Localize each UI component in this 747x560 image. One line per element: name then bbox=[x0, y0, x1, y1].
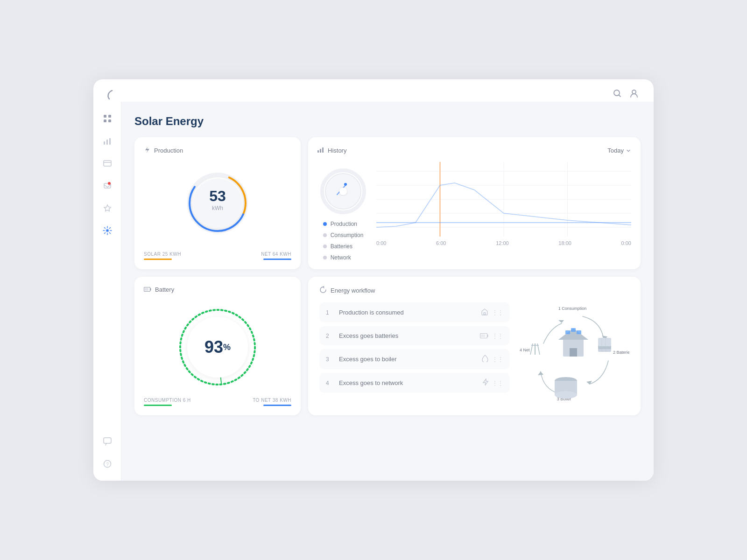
legend-dot-batteries bbox=[323, 245, 327, 248]
svg-marker-65 bbox=[586, 381, 592, 385]
legend-dot-consumption bbox=[323, 233, 327, 237]
history-legend: Production Consumption Batteries bbox=[323, 221, 364, 261]
energy-flow-diagram: 1 Consumption 2 Bateries 3 Boi bbox=[517, 302, 629, 405]
x-label-12: 12:00 bbox=[496, 240, 509, 246]
solar-label: SOLAR 25 kWh bbox=[144, 252, 181, 257]
sidebar-item-solar[interactable] bbox=[98, 221, 117, 240]
svg-rect-5 bbox=[104, 119, 106, 122]
svg-rect-77 bbox=[565, 330, 570, 334]
battery-net-label: TO NET 38 kWh bbox=[253, 398, 291, 403]
app-window: ? Solar Energy Production bbox=[93, 79, 654, 481]
battery-net-bar bbox=[263, 405, 291, 406]
battery-consumption: CONSUMPTION 6 h bbox=[144, 398, 191, 406]
header-left bbox=[103, 87, 118, 102]
legend-network: Network bbox=[323, 254, 364, 261]
svg-rect-61 bbox=[481, 335, 485, 337]
history-dial bbox=[317, 166, 369, 217]
battery-header: Battery bbox=[144, 286, 291, 293]
svg-text:4 Net: 4 Net bbox=[520, 348, 530, 352]
sidebar-item-help[interactable]: ? bbox=[98, 455, 117, 473]
battery-card: Battery bbox=[134, 277, 301, 415]
production-gauge: 53 kWh bbox=[144, 166, 291, 240]
svg-point-13 bbox=[108, 182, 111, 185]
bolt-icon bbox=[144, 147, 150, 154]
battery-value-display: 93% bbox=[204, 337, 231, 357]
svg-line-20 bbox=[104, 228, 105, 229]
page-content: Solar Energy Production bbox=[121, 102, 654, 481]
workflow-num-4: 4 bbox=[326, 380, 333, 386]
solar-footer: SOLAR 25 kWh bbox=[144, 252, 181, 260]
svg-rect-60 bbox=[487, 335, 488, 337]
svg-rect-78 bbox=[571, 328, 576, 332]
battery-net: TO NET 38 kWh bbox=[253, 398, 291, 406]
drag-handle-4[interactable]: ⋮⋮ bbox=[492, 380, 503, 386]
drag-handle-1[interactable]: ⋮⋮ bbox=[492, 309, 503, 316]
legend-label-network: Network bbox=[331, 254, 351, 261]
svg-point-39 bbox=[339, 188, 347, 195]
svg-text:2 Bateries: 2 Bateries bbox=[613, 350, 629, 355]
workflow-title: Energy workflow bbox=[331, 287, 375, 294]
main-layout: ? Solar Energy Production bbox=[93, 102, 654, 481]
page-title: Solar Energy bbox=[134, 115, 641, 128]
legend-label-consumption: Consumption bbox=[331, 232, 364, 238]
sidebar-item-grid[interactable] bbox=[98, 109, 117, 128]
battery-consumption-label: CONSUMPTION 6 h bbox=[144, 398, 191, 403]
svg-rect-7 bbox=[104, 141, 105, 145]
app-header bbox=[93, 79, 654, 102]
sidebar-item-chart[interactable] bbox=[98, 132, 117, 150]
search-icon[interactable] bbox=[613, 89, 622, 100]
workflow-icons-2: ⋮⋮ bbox=[480, 332, 503, 340]
sidebar-bottom: ? bbox=[98, 432, 117, 473]
x-label-18: 18:00 bbox=[558, 240, 571, 246]
x-label-24: 0:00 bbox=[621, 240, 631, 246]
svg-line-22 bbox=[109, 228, 110, 229]
history-content: Production Consumption Batteries bbox=[317, 162, 631, 246]
history-dial-area: Production Consumption Batteries bbox=[317, 162, 369, 246]
svg-marker-73 bbox=[558, 320, 564, 323]
battery-small-icon bbox=[480, 332, 488, 340]
workflow-num-2: 2 bbox=[326, 333, 333, 339]
logo-icon bbox=[103, 87, 118, 102]
svg-rect-33 bbox=[322, 147, 324, 153]
period-dropdown[interactable]: Today bbox=[607, 147, 631, 154]
sidebar-item-notification[interactable] bbox=[98, 176, 117, 195]
production-label: Production bbox=[154, 147, 183, 154]
svg-point-87 bbox=[555, 391, 577, 399]
svg-rect-10 bbox=[104, 161, 111, 166]
svg-point-2 bbox=[632, 90, 636, 94]
header-icons bbox=[613, 89, 639, 100]
legend-batteries: Batteries bbox=[323, 243, 364, 250]
legend-consumption: Consumption bbox=[323, 232, 364, 238]
workflow-label-2: Excess goes batteries bbox=[339, 332, 474, 339]
workflow-num-1: 1 bbox=[326, 309, 333, 316]
svg-rect-24 bbox=[104, 438, 111, 443]
battery-percent: % bbox=[223, 343, 231, 352]
user-icon[interactable] bbox=[629, 89, 639, 100]
drag-handle-3[interactable]: ⋮⋮ bbox=[492, 356, 503, 363]
drag-handle-2[interactable]: ⋮⋮ bbox=[492, 333, 503, 339]
workflow-num-3: 3 bbox=[326, 356, 333, 363]
svg-marker-67 bbox=[538, 371, 543, 375]
production-unit: kWh bbox=[209, 205, 226, 211]
dashboard-grid: Production bbox=[134, 137, 641, 415]
history-chart bbox=[376, 162, 631, 237]
workflow-card: Energy workflow 1 Production is consumed bbox=[308, 277, 641, 415]
svg-rect-52 bbox=[145, 288, 148, 291]
workflow-diagram: 1 Consumption 2 Bateries 3 Boi bbox=[517, 302, 629, 405]
net-bar bbox=[263, 259, 291, 260]
svg-rect-51 bbox=[150, 288, 151, 291]
chart-x-labels: 0:00 6:00 12:00 18:00 0:00 bbox=[376, 240, 631, 246]
production-card: Production bbox=[134, 137, 301, 269]
sidebar-item-card[interactable] bbox=[98, 154, 117, 173]
legend-label-production: Production bbox=[331, 221, 357, 227]
sidebar-item-favorites[interactable] bbox=[98, 199, 117, 217]
sidebar-item-chat[interactable] bbox=[98, 432, 117, 451]
lightning-icon bbox=[483, 378, 488, 387]
history-header: History Today bbox=[317, 147, 631, 154]
history-card: History Today bbox=[308, 137, 641, 269]
svg-text:1 Consumption: 1 Consumption bbox=[558, 306, 587, 311]
svg-rect-32 bbox=[320, 149, 321, 153]
svg-point-38 bbox=[344, 183, 347, 186]
battery-icon bbox=[144, 286, 151, 293]
net-label: NET 64 kWh bbox=[261, 252, 291, 257]
